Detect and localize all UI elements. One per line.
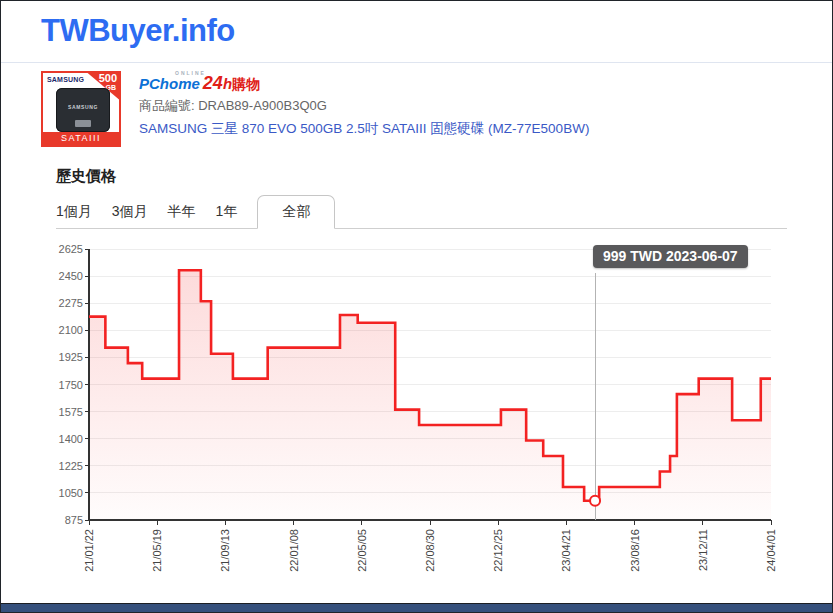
y-axis-label: 1400: [59, 433, 83, 445]
capacity-value: 500: [83, 73, 117, 84]
x-axis-label: 22/08/30: [424, 529, 436, 572]
x-axis-label: 21/05/19: [151, 529, 163, 572]
y-axis-label: 875: [65, 514, 83, 526]
logo-shopping-text: 購物: [232, 76, 260, 92]
x-axis-label: 23/04/21: [560, 529, 572, 572]
logo-h-text: h: [223, 75, 232, 92]
x-axis-label: 23/12/11: [697, 529, 709, 571]
price-area: [89, 270, 771, 520]
interface-bar: SATAIII: [43, 132, 119, 145]
x-axis-label: 21/09/13: [219, 529, 231, 572]
price-history-chart: 8751050122514001575175019252100227524502…: [1, 239, 833, 605]
x-axis-label: 23/08/16: [629, 529, 641, 572]
y-axis-label: 1750: [59, 379, 83, 391]
x-axis-label: 21/01/22: [83, 529, 95, 572]
pchome-24h-logo[interactable]: PChomeONLINE24h購物: [139, 73, 589, 93]
y-axis-label: 1225: [59, 460, 83, 472]
y-axis-label: 1050: [59, 487, 83, 499]
chart-tooltip: 999 TWD 2023-06-07: [593, 245, 748, 268]
y-axis-label: 1925: [59, 351, 83, 363]
product-summary: SAMSUNG 500 GB SAMSUNG SATAIII PChomeONL…: [41, 71, 589, 147]
x-axis-label: 22/05/05: [356, 529, 368, 572]
product-sku: 商品編號: DRAB89-A900B3Q0G: [139, 97, 589, 115]
section-title: 歷史價格: [56, 167, 116, 186]
tab-3-months[interactable]: 3個月: [112, 196, 148, 228]
site-logo[interactable]: TWBuyer.info: [41, 13, 235, 49]
site-header: TWBuyer.info: [1, 1, 832, 63]
price-chart-svg: 8751050122514001575175019252100227524502…: [1, 239, 833, 605]
ssd-label-sticker: [75, 120, 91, 127]
x-axis-label: 22/12/25: [492, 529, 504, 572]
x-axis-label: 22/01/08: [288, 529, 300, 572]
y-axis-label: 2450: [59, 270, 83, 282]
y-axis-label: 2275: [59, 297, 83, 309]
pchome-online-text: ONLINE: [175, 70, 206, 76]
thumb-brand-text: SAMSUNG: [47, 76, 84, 83]
ssd-drive-image: SAMSUNG: [56, 88, 110, 132]
y-axis-label: 2100: [59, 324, 83, 336]
footer-bar: [1, 603, 832, 612]
period-tabs: 1個月 3個月 半年 1年 全部: [56, 195, 787, 229]
logo-24-text: 24: [203, 73, 223, 93]
twbuyer-page: TWBuyer.info SAMSUNG 500 GB SAMSUNG SATA…: [0, 0, 833, 613]
product-thumbnail[interactable]: SAMSUNG 500 GB SAMSUNG SATAIII: [41, 71, 121, 147]
y-axis-label: 1575: [59, 406, 83, 418]
pchome-logo-text: PChome: [139, 75, 200, 92]
y-axis-label: 2625: [59, 243, 83, 255]
tab-1-month[interactable]: 1個月: [56, 196, 92, 228]
ssd-brand-text: SAMSUNG: [56, 104, 110, 110]
product-title-link[interactable]: SAMSUNG 三星 870 EVO 500GB 2.5吋 SATAIII 固態…: [139, 120, 589, 138]
x-axis-label: 24/04/01: [765, 529, 777, 572]
tab-all[interactable]: 全部: [257, 195, 335, 229]
product-info: PChomeONLINE24h購物 商品編號: DRAB89-A900B3Q0G…: [139, 71, 589, 147]
tab-half-year[interactable]: 半年: [168, 196, 196, 228]
min-price-marker[interactable]: [590, 496, 600, 506]
tab-1-year[interactable]: 1年: [216, 196, 238, 228]
